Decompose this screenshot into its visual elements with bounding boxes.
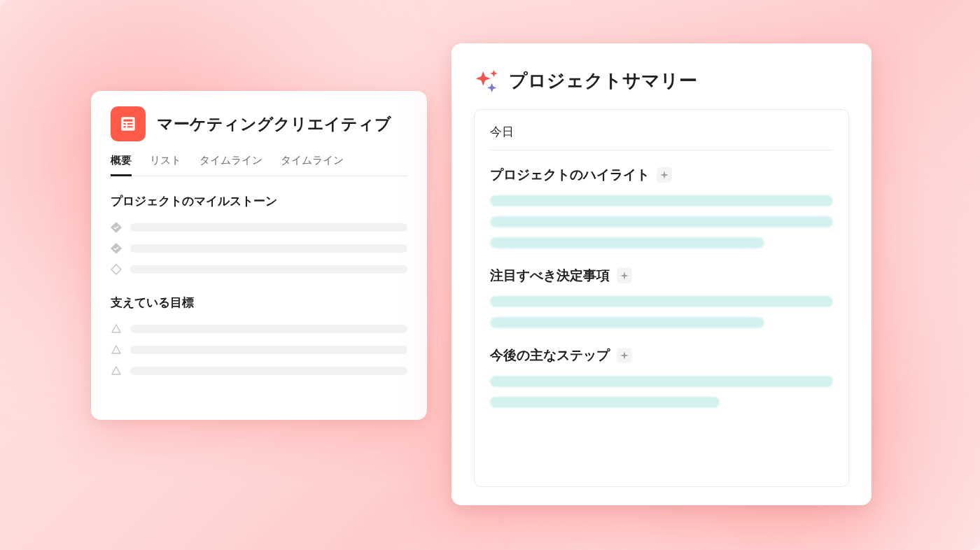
- goal-item[interactable]: [111, 323, 407, 334]
- goals-title: 支えている目標: [111, 295, 407, 311]
- check-diamond-icon: [111, 222, 122, 233]
- next-steps-heading: 今後の主なステップ: [490, 346, 833, 365]
- decisions-section: 注目すべき決定事項: [490, 267, 833, 328]
- milestones-section: プロジェクトのマイルストーン: [111, 193, 407, 275]
- summary-header: プロジェクトサマリー: [474, 67, 849, 94]
- tab-list[interactable]: リスト: [150, 154, 181, 176]
- milestone-item[interactable]: [111, 222, 407, 233]
- summary-body: 今日 プロジェクトのハイライト 注目すべき決定事項: [474, 109, 849, 487]
- milestone-item[interactable]: [111, 264, 407, 275]
- placeholder-bar: [130, 325, 407, 333]
- project-header: マーケティングクリエイティブ: [111, 106, 407, 141]
- placeholder-bar: [490, 195, 833, 206]
- triangle-icon: [111, 344, 122, 355]
- triangle-icon: [111, 323, 122, 334]
- placeholder-bar: [130, 367, 407, 375]
- tabs: 概要 リスト タイムライン タイムライン: [111, 154, 407, 176]
- placeholder-bar: [130, 223, 407, 232]
- sparkle-icon: [474, 67, 500, 94]
- goal-item[interactable]: [111, 344, 407, 355]
- milestones-title: プロジェクトのマイルストーン: [111, 193, 407, 209]
- placeholder-bar: [130, 244, 407, 253]
- check-diamond-icon: [111, 243, 122, 254]
- highlights-section: プロジェクトのハイライト: [490, 166, 833, 248]
- milestone-item[interactable]: [111, 243, 407, 254]
- highlights-heading: プロジェクトのハイライト: [490, 166, 833, 184]
- svg-rect-5: [127, 126, 133, 127]
- next-steps-section: 今後の主なステップ: [490, 346, 833, 408]
- decisions-heading: 注目すべき決定事項: [490, 267, 833, 285]
- svg-rect-4: [124, 126, 126, 127]
- next-steps-heading-text: 今後の主なステップ: [490, 346, 610, 365]
- placeholder-bar: [130, 265, 407, 274]
- summary-title: プロジェクトサマリー: [509, 69, 697, 93]
- open-diamond-icon: [111, 264, 122, 275]
- project-title: マーケティングクリエイティブ: [157, 113, 391, 135]
- decisions-heading-text: 注目すべき決定事項: [490, 267, 610, 285]
- placeholder-bar: [130, 346, 407, 354]
- project-icon: [111, 106, 146, 141]
- tab-overview[interactable]: 概要: [111, 154, 132, 176]
- svg-rect-2: [124, 123, 126, 125]
- project-card: マーケティングクリエイティブ 概要 リスト タイムライン タイムライン プロジェ…: [91, 91, 427, 420]
- triangle-icon: [111, 365, 122, 376]
- date-label: 今日: [490, 124, 833, 150]
- placeholder-bar: [490, 216, 833, 227]
- placeholder-bar: [490, 376, 833, 387]
- placeholder-bar: [490, 317, 764, 328]
- tab-timeline-1[interactable]: タイムライン: [200, 154, 262, 176]
- ai-sparkle-icon: [617, 348, 632, 363]
- goals-section: 支えている目標: [111, 295, 407, 376]
- summary-card: プロジェクトサマリー 今日 プロジェクトのハイライト 注目すべき決定事項: [451, 43, 872, 505]
- ai-sparkle-icon: [617, 268, 632, 283]
- svg-rect-3: [127, 123, 133, 125]
- highlights-heading-text: プロジェクトのハイライト: [490, 166, 650, 184]
- placeholder-bar: [490, 296, 833, 307]
- goal-item[interactable]: [111, 365, 407, 376]
- placeholder-bar: [490, 397, 720, 408]
- tab-timeline-2[interactable]: タイムライン: [281, 154, 344, 176]
- svg-rect-1: [124, 120, 133, 122]
- placeholder-bar: [490, 237, 764, 248]
- ai-sparkle-icon: [657, 167, 672, 183]
